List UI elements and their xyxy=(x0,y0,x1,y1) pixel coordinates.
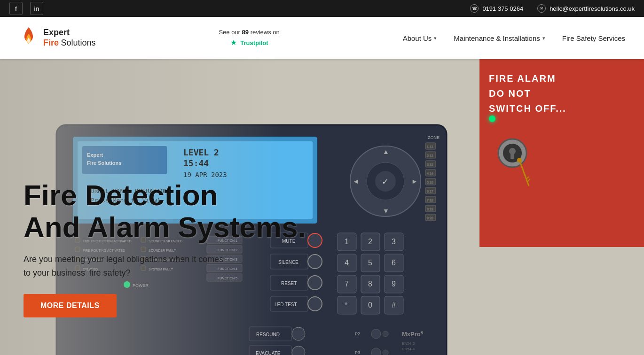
logo-solutions: Solutions xyxy=(61,38,95,47)
hero-content: Fire Detection And Alarm Systems. Are yo… xyxy=(24,179,306,317)
svg-point-5 xyxy=(517,158,522,162)
linkedin-link[interactable]: in xyxy=(30,2,43,15)
red-fire-panel: FIRE ALARM DO NOT SWITCH OFF... xyxy=(479,59,644,247)
social-links: f in xyxy=(9,2,43,15)
svg-text:2: 2 xyxy=(368,238,372,246)
more-details-button[interactable]: MORE DETAILS xyxy=(24,294,117,317)
hero-subtitle: Are you meeting your legal obligations w… xyxy=(24,253,230,280)
trustpilot-text: See our 89 reviews on xyxy=(219,28,279,37)
svg-rect-3 xyxy=(510,153,514,159)
svg-text:#: # xyxy=(392,301,396,309)
svg-text:4: 4 xyxy=(345,259,349,267)
top-bar: f in ☎ 0191 375 0264 ✉ hello@expertfires… xyxy=(0,0,644,17)
trustpilot-widget[interactable]: See our 89 reviews on ★ Trustpilot xyxy=(219,28,279,48)
svg-text:✓: ✓ xyxy=(382,177,389,186)
svg-text:3: 3 xyxy=(392,238,396,246)
svg-point-110 xyxy=(292,327,305,340)
svg-text:◄: ◄ xyxy=(353,178,359,185)
svg-point-72 xyxy=(308,233,322,247)
svg-text:1  11: 1 11 xyxy=(427,145,433,148)
svg-text:3  13: 3 13 xyxy=(427,163,433,166)
svg-text:EN54-4: EN54-4 xyxy=(402,347,415,351)
svg-point-115 xyxy=(371,329,381,339)
header: Expert Fire Solutions See our 89 reviews… xyxy=(0,17,644,59)
email-icon: ✉ xyxy=(537,4,546,13)
phone-number[interactable]: 0191 375 0264 xyxy=(482,5,523,12)
svg-text:4  14: 4 14 xyxy=(427,172,433,175)
hero-section: FIRE ALARM DO NOT SWITCH OFF... xyxy=(0,59,644,355)
svg-text:8  19: 8 19 xyxy=(427,208,433,211)
svg-text:▼: ▼ xyxy=(383,207,389,215)
contact-info: ☎ 0191 375 0264 ✉ hello@expertfiresoluti… xyxy=(470,4,635,13)
nav-maintenance[interactable]: Maintenance & Installations ▾ xyxy=(454,34,545,42)
svg-text:7: 7 xyxy=(345,280,349,288)
email-address[interactable]: hello@expertfiresolutions.co.uk xyxy=(550,5,635,12)
facebook-link[interactable]: f xyxy=(9,2,23,15)
svg-text:EN54-2: EN54-2 xyxy=(402,341,415,346)
phone-icon: ☎ xyxy=(470,4,479,13)
email-contact: ✉ hello@expertfiresolutions.co.uk xyxy=(537,4,635,13)
logo-icon xyxy=(19,26,39,50)
nav-about[interactable]: About Us ▾ xyxy=(403,34,437,42)
svg-text:P2: P2 xyxy=(355,332,360,336)
trustpilot-brand-row: ★ Trustpilot xyxy=(230,37,268,48)
svg-text:8: 8 xyxy=(368,280,372,288)
hero-title: Fire Detection And Alarm Systems. xyxy=(24,179,306,243)
svg-text:2  12: 2 12 xyxy=(427,154,433,157)
svg-text:P3: P3 xyxy=(355,350,360,355)
chevron-down-icon: ▾ xyxy=(542,35,545,41)
logo-text: Expert Fire Solutions xyxy=(43,28,96,48)
svg-line-6 xyxy=(526,177,529,179)
svg-text:MxPro⁵: MxPro⁵ xyxy=(402,331,424,338)
svg-text:*: * xyxy=(345,301,347,309)
svg-line-7 xyxy=(528,179,530,181)
key-lock xyxy=(494,130,531,191)
svg-text:▲: ▲ xyxy=(383,148,389,155)
svg-text:5  15: 5 15 xyxy=(427,181,433,184)
phone-contact: ☎ 0191 375 0264 xyxy=(470,4,523,13)
nav-fire-safety[interactable]: Fire Safety Services xyxy=(562,34,625,42)
logo-expert: Expert xyxy=(43,28,70,37)
svg-line-4 xyxy=(519,160,529,186)
svg-point-78 xyxy=(308,276,322,290)
svg-text:9  20: 9 20 xyxy=(427,216,433,220)
svg-point-116 xyxy=(383,331,388,337)
svg-text:6  17: 6 17 xyxy=(427,190,433,193)
svg-point-118 xyxy=(371,348,381,355)
logo-fire: Fire xyxy=(43,38,59,47)
logo[interactable]: Expert Fire Solutions xyxy=(19,26,96,50)
svg-text:ZONE: ZONE xyxy=(428,135,440,140)
svg-point-119 xyxy=(383,350,388,355)
svg-point-75 xyxy=(308,255,322,269)
trustpilot-star: ★ xyxy=(230,39,237,46)
svg-text:6: 6 xyxy=(392,259,396,267)
chevron-down-icon: ▾ xyxy=(434,35,437,41)
svg-text:►: ► xyxy=(411,178,418,185)
red-panel-text: FIRE ALARM DO NOT SWITCH OFF... xyxy=(489,71,566,116)
svg-text:0: 0 xyxy=(368,301,372,309)
svg-text:9: 9 xyxy=(392,280,396,288)
trustpilot-brand: Trustpilot xyxy=(240,39,268,46)
svg-text:5: 5 xyxy=(368,259,372,267)
svg-text:7  18: 7 18 xyxy=(427,199,433,202)
green-led xyxy=(489,116,495,122)
main-nav: About Us ▾ Maintenance & Installations ▾… xyxy=(403,34,625,42)
svg-point-81 xyxy=(308,297,322,311)
svg-text:1: 1 xyxy=(345,238,349,246)
